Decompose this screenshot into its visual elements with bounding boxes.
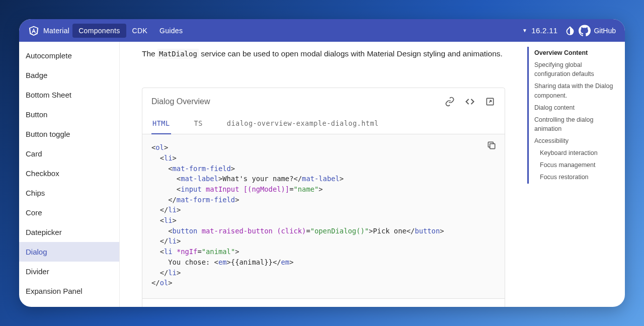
sidebar-item-divider[interactable]: Divider bbox=[19, 262, 119, 281]
nav-guides[interactable]: Guides bbox=[153, 24, 189, 38]
github-label: GitHub bbox=[594, 27, 616, 35]
brand-name[interactable]: Material bbox=[43, 27, 69, 35]
app-window: Material Components CDK Guides ▼ 16.2.11… bbox=[19, 19, 625, 307]
svg-rect-1 bbox=[490, 144, 495, 149]
intro-prefix: The bbox=[142, 49, 157, 58]
toc-item[interactable]: Specifying global configuration defaults bbox=[529, 59, 619, 80]
sidebar-item-chips[interactable]: Chips bbox=[19, 183, 119, 203]
live-demo: 1. What's your name? ece bbox=[142, 298, 505, 307]
example-title: Dialog Overview bbox=[151, 97, 210, 106]
sidebar-item-checkbox[interactable]: Checkbox bbox=[19, 164, 119, 183]
nav-components[interactable]: Components bbox=[72, 24, 126, 38]
version-label: 16.2.11 bbox=[531, 26, 557, 35]
nav-links: Components CDK Guides bbox=[72, 24, 189, 38]
code-toggle-icon[interactable] bbox=[464, 96, 475, 107]
code-block: <ol> <li> <mat-form-field> <mat-label>Wh… bbox=[142, 134, 505, 298]
toc-item[interactable]: Controlling the dialog animation bbox=[529, 114, 619, 135]
stackblitz-icon[interactable] bbox=[485, 96, 496, 107]
tab-dialog-html[interactable]: dialog-overview-example-dialog.html bbox=[226, 114, 380, 134]
main: The MatDialog service can be used to ope… bbox=[120, 42, 625, 307]
sidebar[interactable]: AutocompleteBadgeBottom SheetButtonButto… bbox=[19, 42, 120, 307]
intro-suffix: service can be used to open modal dialog… bbox=[199, 49, 503, 58]
sidebar-item-card[interactable]: Card bbox=[19, 144, 119, 164]
body: AutocompleteBadgeBottom SheetButtonButto… bbox=[19, 42, 625, 307]
sidebar-item-core[interactable]: Core bbox=[19, 203, 119, 222]
angular-logo-icon bbox=[28, 25, 39, 36]
sidebar-item-datepicker[interactable]: Datepicker bbox=[19, 222, 119, 242]
toc-item[interactable]: Overview Content bbox=[529, 47, 619, 59]
sidebar-item-button[interactable]: Button bbox=[19, 105, 119, 124]
github-icon bbox=[579, 25, 591, 37]
sidebar-item-expansion-panel[interactable]: Expansion Panel bbox=[19, 281, 119, 301]
github-link[interactable]: GitHub bbox=[579, 25, 616, 37]
intro-code: MatDialog bbox=[157, 49, 199, 59]
table-of-contents: Overview ContentSpecifying global config… bbox=[527, 47, 625, 184]
content[interactable]: The MatDialog service can be used to ope… bbox=[120, 42, 527, 307]
example-card: Dialog Overview HTML TS dialog-overview-… bbox=[142, 88, 505, 307]
intro-text: The MatDialog service can be used to ope… bbox=[142, 48, 505, 59]
toc-item[interactable]: Keyboard interaction bbox=[529, 147, 619, 159]
copy-icon[interactable] bbox=[487, 140, 497, 153]
tab-html[interactable]: HTML bbox=[151, 114, 171, 134]
sidebar-item-autocomplete[interactable]: Autocomplete bbox=[19, 46, 119, 65]
link-icon[interactable] bbox=[444, 96, 455, 107]
version-selector[interactable]: ▼ 16.2.11 bbox=[518, 26, 561, 35]
example-header: Dialog Overview bbox=[142, 88, 505, 114]
theme-picker-icon[interactable] bbox=[561, 22, 579, 39]
sidebar-item-button-toggle[interactable]: Button toggle bbox=[19, 124, 119, 144]
code-tabs: HTML TS dialog-overview-example-dialog.h… bbox=[142, 114, 505, 134]
tab-ts[interactable]: TS bbox=[193, 114, 204, 134]
toc-item[interactable]: Dialog content bbox=[529, 102, 619, 114]
toc-item[interactable]: Focus restoration bbox=[529, 171, 619, 183]
sidebar-item-badge[interactable]: Badge bbox=[19, 65, 119, 85]
toc-item[interactable]: Focus management bbox=[529, 159, 619, 171]
toc-item[interactable]: Sharing data with the Dialog component. bbox=[529, 80, 619, 101]
dropdown-arrow-icon: ▼ bbox=[522, 28, 527, 33]
nav-cdk[interactable]: CDK bbox=[126, 24, 153, 38]
sidebar-item-dialog[interactable]: Dialog bbox=[19, 242, 119, 262]
toolbar: Material Components CDK Guides ▼ 16.2.11… bbox=[19, 19, 625, 42]
toc-item[interactable]: Accessibility bbox=[529, 135, 619, 147]
sidebar-item-bottom-sheet[interactable]: Bottom Sheet bbox=[19, 85, 119, 105]
